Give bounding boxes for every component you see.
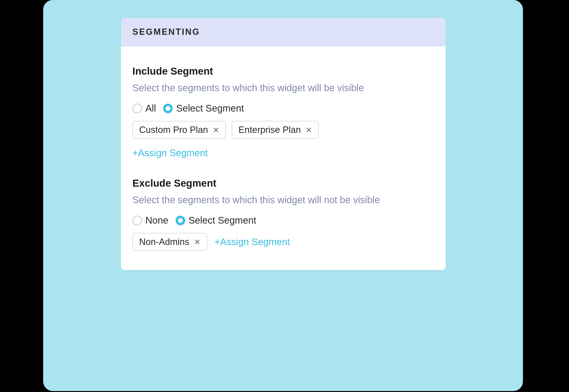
include-radio-select[interactable]: Select Segment xyxy=(163,103,244,114)
outer-panel: SEGMENTING Include Segment Select the se… xyxy=(43,0,523,391)
segment-chip: Custom Pro Plan ✕ xyxy=(132,121,226,139)
exclude-assign-segment-link[interactable]: +Assign Segment xyxy=(214,237,290,247)
include-title: Include Segment xyxy=(132,66,434,77)
close-icon[interactable]: ✕ xyxy=(305,126,312,134)
chip-label: Enterprise Plan xyxy=(238,125,301,135)
radio-icon xyxy=(132,104,142,113)
exclude-title: Exclude Segment xyxy=(132,178,434,189)
exclude-description: Select the segments to which this widget… xyxy=(132,193,434,206)
include-segment-section: Include Segment Select the segments to w… xyxy=(132,66,434,158)
card-body: Include Segment Select the segments to w… xyxy=(121,46,446,270)
include-radio-all[interactable]: All xyxy=(132,103,156,114)
segment-chip: Non-Admins ✕ xyxy=(132,233,207,251)
chip-label: Non-Admins xyxy=(139,237,189,247)
include-chip-row: Custom Pro Plan ✕ Enterprise Plan ✕ xyxy=(132,121,434,139)
segment-chip: Enterprise Plan ✕ xyxy=(232,121,319,139)
include-description: Select the segments to which this widget… xyxy=(132,81,434,94)
radio-icon xyxy=(132,216,142,225)
segmenting-card: SEGMENTING Include Segment Select the se… xyxy=(121,18,446,270)
include-radio-select-label: Select Segment xyxy=(176,103,244,114)
card-header: SEGMENTING xyxy=(121,18,446,46)
exclude-radio-select-label: Select Segment xyxy=(189,215,256,226)
chip-label: Custom Pro Plan xyxy=(139,125,208,135)
include-assign-segment-link[interactable]: +Assign Segment xyxy=(132,148,208,158)
exclude-radio-none-label: None xyxy=(145,215,168,226)
card-title: SEGMENTING xyxy=(132,27,434,37)
close-icon[interactable]: ✕ xyxy=(194,238,201,246)
exclude-radio-none[interactable]: None xyxy=(132,215,168,226)
include-radio-group: All Select Segment xyxy=(132,103,434,114)
radio-icon xyxy=(176,216,185,225)
include-radio-all-label: All xyxy=(145,103,156,114)
exclude-segment-section: Exclude Segment Select the segments to w… xyxy=(132,178,434,251)
exclude-chip-row: Non-Admins ✕ +Assign Segment xyxy=(132,233,434,251)
exclude-radio-select[interactable]: Select Segment xyxy=(176,215,256,226)
radio-icon xyxy=(163,104,173,113)
close-icon[interactable]: ✕ xyxy=(213,126,219,134)
exclude-radio-group: None Select Segment xyxy=(132,215,434,226)
